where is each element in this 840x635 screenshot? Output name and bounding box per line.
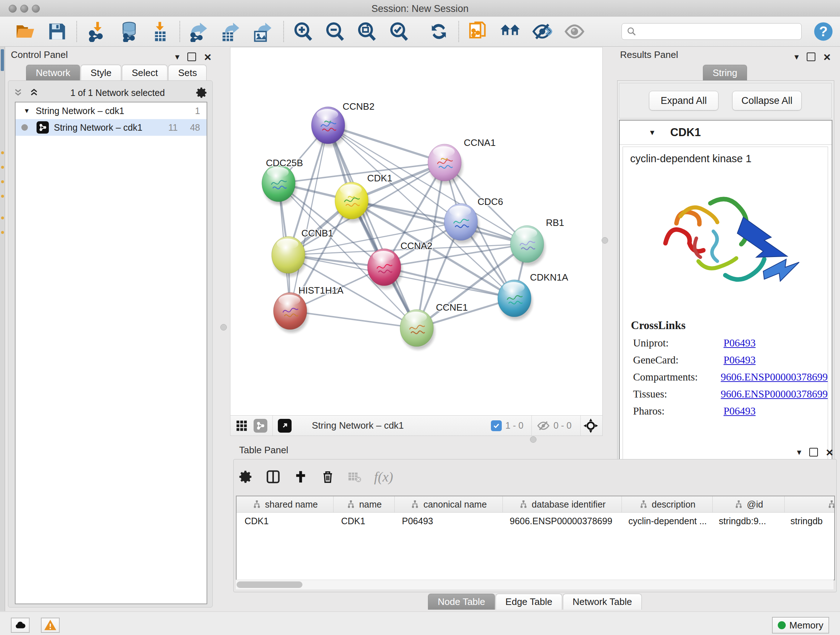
tab-string[interactable]: String xyxy=(703,65,747,81)
table-cell[interactable]: stringdb xyxy=(783,513,835,529)
column-header-namespace[interactable]: namespace xyxy=(785,496,835,512)
network-node-cdkn1a[interactable] xyxy=(498,280,532,320)
table-cell[interactable]: P06493 xyxy=(394,513,502,529)
network-canvas[interactable]: CCNB2CCNA1CDC25BCDK1CDC6RB1CCNB1CCNA2CDK… xyxy=(230,47,603,416)
collapse-all-button[interactable]: Collapse All xyxy=(732,91,802,111)
close-panel-icon[interactable]: × xyxy=(826,446,833,458)
network-options-gear-icon[interactable] xyxy=(196,87,208,99)
search-box[interactable] xyxy=(622,23,802,40)
table-cell[interactable]: 9606.ENSP00000378699 xyxy=(502,513,621,529)
table-cell[interactable]: stringdb:9... xyxy=(711,513,783,529)
crosslink-link[interactable]: P06493 xyxy=(723,354,756,366)
apply-preferred-layout-button[interactable] xyxy=(427,20,450,43)
search-input[interactable] xyxy=(640,26,801,37)
edge-hist1h1a-ccne1[interactable] xyxy=(290,311,417,328)
expand-all-icon[interactable] xyxy=(28,87,39,98)
memory-button[interactable]: Memory xyxy=(772,617,829,633)
network-node-hist1h1a[interactable] xyxy=(273,293,308,333)
export-network-button[interactable] xyxy=(187,20,210,43)
float-menu-icon[interactable]: ▾ xyxy=(797,448,801,456)
edge-ccnb2-ccne1[interactable] xyxy=(328,125,417,328)
network-node-ccnb2[interactable] xyxy=(311,107,346,147)
entry-expander-icon[interactable]: ▼ xyxy=(649,128,656,137)
add-column-icon[interactable] xyxy=(293,469,308,485)
column-header-description[interactable]: description xyxy=(622,496,713,512)
tab-node-table[interactable]: Node Table xyxy=(428,594,495,610)
fit-selection-crosshair-icon[interactable] xyxy=(584,418,598,433)
network-row-selected[interactable]: String Network – cdk1 11 48 xyxy=(16,119,207,136)
select-columns-icon[interactable] xyxy=(265,469,281,485)
network-node-ccna2[interactable] xyxy=(368,249,402,289)
scrollbar-thumb[interactable] xyxy=(237,581,302,588)
save-session-button[interactable] xyxy=(46,20,69,43)
new-network-from-selection-button[interactable] xyxy=(466,20,489,43)
float-panel-icon[interactable] xyxy=(187,52,196,61)
zoom-out-button[interactable] xyxy=(324,20,347,43)
selected-checkbox-icon[interactable] xyxy=(491,420,502,431)
collapse-all-icon[interactable] xyxy=(13,87,24,98)
table-horizontal-scrollbar[interactable] xyxy=(236,580,834,589)
left-splitter-handle[interactable] xyxy=(220,324,227,331)
tab-edge-table[interactable]: Edge Table xyxy=(496,594,562,610)
close-panel-icon[interactable]: × xyxy=(204,51,211,63)
tab-sets[interactable]: Sets xyxy=(168,65,207,81)
cloud-status-button[interactable] xyxy=(11,618,30,633)
export-image-button[interactable] xyxy=(251,20,274,43)
tab-network[interactable]: Network xyxy=(26,65,80,81)
delete-table-icon[interactable] xyxy=(347,470,362,484)
network-current-dot-icon xyxy=(21,124,28,131)
hide-selected-button[interactable] xyxy=(531,20,554,43)
export-table-button[interactable] xyxy=(219,20,242,43)
tab-network-table[interactable]: Network Table xyxy=(563,594,642,610)
crosslink-link[interactable]: 9606.ENSP00000378699 xyxy=(721,371,828,383)
close-panel-icon[interactable]: × xyxy=(823,51,831,63)
tab-select[interactable]: Select xyxy=(122,65,167,81)
column-header-sharedname[interactable]: shared name xyxy=(237,496,333,512)
float-panel-icon[interactable] xyxy=(809,448,818,456)
cdk1-entry-header[interactable]: ▼ CDK1 xyxy=(620,120,832,145)
zoom-in-button[interactable] xyxy=(292,20,315,43)
network-node-ccna1[interactable] xyxy=(428,144,463,184)
crosslink-link[interactable]: P06493 xyxy=(723,405,756,417)
column-header-canonicalname[interactable]: canonical name xyxy=(395,496,503,512)
collection-expander-icon[interactable]: ▼ xyxy=(24,107,30,115)
table-row[interactable]: CDK1CDK1P064939606.ENSP00000378699cyclin… xyxy=(237,513,834,529)
warnings-button[interactable] xyxy=(41,618,60,633)
show-all-button[interactable] xyxy=(563,20,586,43)
import-network-file-icon[interactable] xyxy=(87,20,110,43)
crosslink-link[interactable]: P06493 xyxy=(723,337,756,349)
bottom-splitter-handle[interactable] xyxy=(530,436,537,443)
right-splitter-handle[interactable] xyxy=(602,237,608,244)
function-builder-icon[interactable]: f(x) xyxy=(374,469,393,485)
hidden-eye-icon[interactable] xyxy=(537,419,550,432)
crosslink-link[interactable]: 9606.ENSP00000378699 xyxy=(721,388,828,400)
network-node-cdc25b[interactable] xyxy=(262,165,297,205)
help-button[interactable]: ? xyxy=(812,20,835,43)
import-table-file-icon[interactable] xyxy=(149,20,172,43)
import-network-database-icon[interactable] xyxy=(118,20,141,43)
network-node-cdk1[interactable] xyxy=(335,182,370,222)
column-header-id[interactable]: @id xyxy=(713,496,785,512)
grid-view-icon[interactable] xyxy=(235,420,248,432)
open-session-button[interactable] xyxy=(14,20,37,43)
column-header-name[interactable]: name xyxy=(333,496,395,512)
float-menu-icon[interactable]: ▾ xyxy=(175,52,180,61)
network-node-rb1[interactable] xyxy=(510,226,545,266)
network-view-share-icon[interactable] xyxy=(254,419,267,432)
birdseye-view-icon[interactable] xyxy=(278,419,292,432)
table-cell[interactable]: CDK1 xyxy=(333,513,394,529)
zoom-selected-button[interactable] xyxy=(387,20,411,43)
table-options-gear-icon[interactable] xyxy=(239,470,253,484)
tab-style[interactable]: Style xyxy=(81,65,121,81)
network-node-ccne1[interactable] xyxy=(400,310,435,350)
table-cell[interactable]: CDK1 xyxy=(237,513,333,529)
network-collection-row[interactable]: ▼ String Network – cdk1 1 xyxy=(16,103,207,119)
expand-all-button[interactable]: Expand All xyxy=(649,91,718,111)
float-menu-icon[interactable]: ▾ xyxy=(794,52,799,61)
home-button[interactable] xyxy=(499,20,522,43)
column-header-databaseidentifier[interactable]: database identifier xyxy=(503,496,622,512)
zoom-fit-button[interactable] xyxy=(355,20,378,43)
table-cell[interactable]: cyclin-dependent ... xyxy=(621,513,711,529)
delete-column-icon[interactable] xyxy=(321,470,335,484)
float-panel-icon[interactable] xyxy=(807,52,815,61)
